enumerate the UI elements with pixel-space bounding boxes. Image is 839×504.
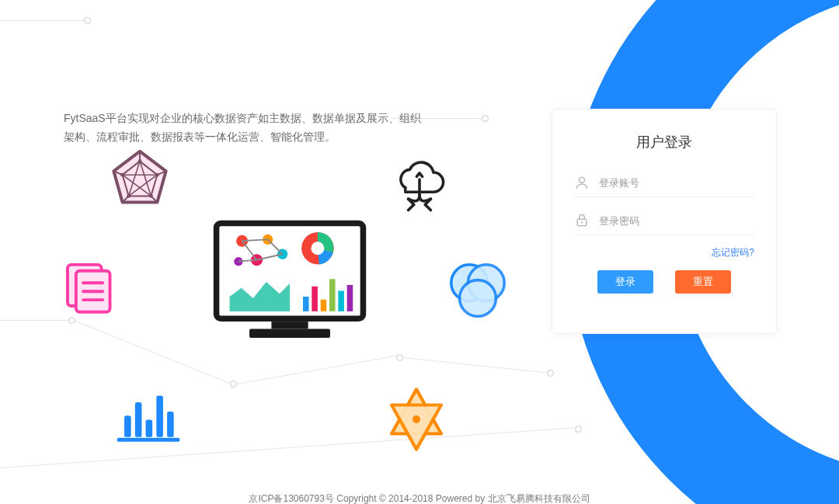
- button-row: 登录 重置: [574, 270, 754, 294]
- intro-text: FytSaaS平台实现对企业的核心数据资产如主数据、数据单据及展示、组织架构、流…: [64, 109, 429, 146]
- password-input[interactable]: [599, 215, 754, 227]
- monitor-dashboard-icon: [208, 217, 371, 349]
- bars-icon: [115, 388, 182, 446]
- svg-rect-30: [347, 285, 353, 311]
- decor-node: [547, 370, 554, 377]
- svg-rect-29: [338, 290, 344, 311]
- svg-rect-11: [271, 322, 308, 328]
- decor-node: [84, 17, 91, 24]
- decor-line: [0, 427, 573, 468]
- svg-rect-26: [312, 287, 318, 311]
- decor-node: [482, 115, 489, 122]
- login-button[interactable]: 登录: [597, 270, 653, 294]
- svg-point-14: [311, 242, 324, 255]
- reset-button[interactable]: 重置: [675, 270, 731, 294]
- svg-rect-37: [146, 419, 153, 436]
- svg-point-43: [581, 221, 583, 223]
- star-icon: [384, 387, 449, 452]
- svg-point-40: [413, 415, 420, 423]
- forgot-password-link[interactable]: 忘记密码?: [712, 247, 754, 258]
- venn-icon: [443, 256, 513, 326]
- svg-point-0: [138, 159, 142, 163]
- svg-rect-38: [156, 395, 163, 436]
- svg-rect-39: [167, 412, 174, 437]
- svg-rect-12: [249, 329, 330, 338]
- forgot-row: 忘记密码?: [574, 245, 754, 259]
- footer-text: 京ICP备13060793号 Copyright © 2014-2018 Pow…: [0, 492, 839, 504]
- decor-line: [0, 20, 85, 21]
- pentagon-icon: [109, 148, 171, 210]
- decor-line: [0, 320, 70, 321]
- svg-point-41: [580, 177, 585, 182]
- svg-rect-25: [303, 297, 309, 311]
- document-icon: [59, 256, 120, 317]
- svg-point-3: [127, 194, 131, 198]
- decor-line: [237, 356, 398, 384]
- svg-rect-35: [124, 415, 131, 437]
- decor-line: [402, 357, 549, 374]
- svg-rect-28: [329, 279, 336, 311]
- username-input[interactable]: [599, 177, 754, 189]
- svg-point-4: [120, 173, 124, 177]
- svg-point-1: [155, 173, 159, 177]
- svg-point-33: [460, 280, 496, 317]
- login-title: 用户登录: [574, 133, 754, 151]
- decor-node: [575, 426, 582, 433]
- user-icon: [574, 175, 590, 190]
- username-field: [574, 169, 754, 197]
- svg-point-2: [149, 194, 153, 198]
- svg-rect-27: [321, 300, 327, 311]
- decor-node: [230, 381, 237, 388]
- cloud-icon: [385, 151, 454, 221]
- login-panel: 用户登录 忘记密码? 登录 重置: [552, 109, 777, 334]
- password-field: [574, 207, 754, 235]
- lock-icon: [574, 213, 590, 228]
- svg-rect-36: [135, 402, 142, 437]
